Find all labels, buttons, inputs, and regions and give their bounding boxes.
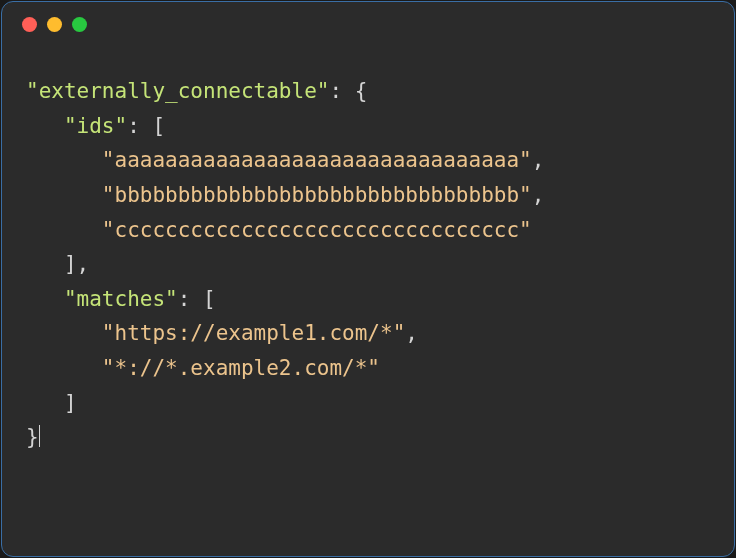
window-titlebar (2, 2, 734, 46)
punct: ], (64, 252, 89, 276)
maximize-icon[interactable] (72, 17, 87, 32)
code-block: "externally_connectable": { "ids": [ "aa… (2, 46, 734, 479)
json-string: "bbbbbbbbbbbbbbbbbbbbbbbbbbbbbbbb" (102, 183, 532, 207)
punct: : [ (178, 287, 216, 311)
code-window: "externally_connectable": { "ids": [ "aa… (1, 1, 735, 557)
punct: ] (64, 391, 77, 415)
json-string: "cccccccccccccccccccccccccccccccc" (102, 218, 532, 242)
minimize-icon[interactable] (47, 17, 62, 32)
json-key: "externally_connectable" (26, 79, 329, 103)
punct: , (532, 148, 545, 172)
text-cursor (39, 425, 40, 447)
punct: , (532, 183, 545, 207)
punct: } (26, 425, 39, 449)
json-string: "*://*.example2.com/*" (102, 356, 380, 380)
json-string: "https://example1.com/*" (102, 321, 405, 345)
json-key: "ids" (64, 114, 127, 138)
punct: , (405, 321, 418, 345)
json-key: "matches" (64, 287, 178, 311)
punct: : [ (127, 114, 165, 138)
json-string: "aaaaaaaaaaaaaaaaaaaaaaaaaaaaaaaa" (102, 148, 532, 172)
punct: : { (329, 79, 367, 103)
close-icon[interactable] (22, 17, 37, 32)
